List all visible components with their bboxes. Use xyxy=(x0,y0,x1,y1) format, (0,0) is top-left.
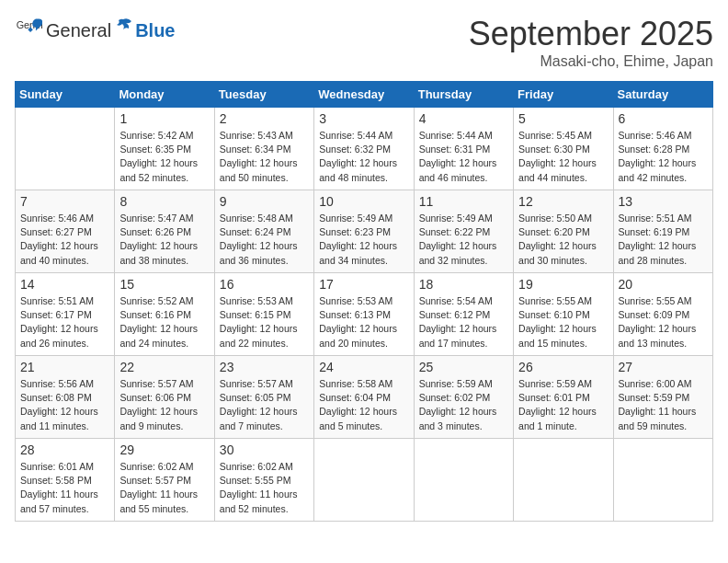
day-info: Sunrise: 5:46 AMSunset: 6:27 PMDaylight:… xyxy=(20,212,109,268)
day-number: 30 xyxy=(220,442,309,457)
weekday-header-sunday: Sunday xyxy=(16,82,115,108)
calendar-cell: 6Sunrise: 5:46 AMSunset: 6:28 PMDaylight… xyxy=(613,108,712,190)
calendar-cell: 10Sunrise: 5:49 AMSunset: 6:23 PMDayligh… xyxy=(314,190,414,273)
calendar-cell: 11Sunrise: 5:49 AMSunset: 6:22 PMDayligh… xyxy=(414,190,513,273)
calendar-cell: 14Sunrise: 5:51 AMSunset: 6:17 PMDayligh… xyxy=(16,273,115,356)
calendar-cell: 12Sunrise: 5:50 AMSunset: 6:20 PMDayligh… xyxy=(514,190,613,273)
day-info: Sunrise: 5:50 AMSunset: 6:20 PMDaylight:… xyxy=(518,212,608,268)
day-info: Sunrise: 5:42 AMSunset: 6:35 PMDaylight:… xyxy=(119,129,209,185)
day-number: 15 xyxy=(119,277,209,292)
calendar-week-2: 7Sunrise: 5:46 AMSunset: 6:27 PMDaylight… xyxy=(16,190,713,273)
weekday-header-friday: Friday xyxy=(514,82,613,108)
day-number: 28 xyxy=(20,442,109,457)
calendar-week-1: 1Sunrise: 5:42 AMSunset: 6:35 PMDaylight… xyxy=(16,108,713,190)
day-info: Sunrise: 5:49 AMSunset: 6:22 PMDaylight:… xyxy=(419,212,508,268)
calendar-cell: 9Sunrise: 5:48 AMSunset: 6:24 PMDaylight… xyxy=(214,190,313,273)
day-info: Sunrise: 5:53 AMSunset: 6:13 PMDaylight:… xyxy=(319,294,408,350)
day-info: Sunrise: 6:02 AMSunset: 5:57 PMDaylight:… xyxy=(119,460,209,516)
logo-text-block: General Blue xyxy=(46,17,176,41)
day-info: Sunrise: 6:00 AMSunset: 5:59 PMDaylight:… xyxy=(619,377,708,433)
calendar-cell: 29Sunrise: 6:02 AMSunset: 5:57 PMDayligh… xyxy=(115,439,214,522)
day-info: Sunrise: 5:55 AMSunset: 6:10 PMDaylight:… xyxy=(518,294,608,350)
calendar-cell: 28Sunrise: 6:01 AMSunset: 5:58 PMDayligh… xyxy=(16,439,115,522)
calendar-cell: 19Sunrise: 5:55 AMSunset: 6:10 PMDayligh… xyxy=(514,273,613,356)
logo: General General Blue xyxy=(15,15,176,42)
day-info: Sunrise: 5:52 AMSunset: 6:16 PMDaylight:… xyxy=(119,294,209,350)
day-info: Sunrise: 5:44 AMSunset: 6:31 PMDaylight:… xyxy=(419,129,508,185)
day-info: Sunrise: 5:51 AMSunset: 6:19 PMDaylight:… xyxy=(619,212,708,268)
day-info: Sunrise: 5:43 AMSunset: 6:34 PMDaylight:… xyxy=(220,129,309,185)
calendar-week-5: 28Sunrise: 6:01 AMSunset: 5:58 PMDayligh… xyxy=(16,439,713,522)
day-number: 10 xyxy=(319,194,408,209)
calendar-cell xyxy=(613,439,712,522)
calendar-cell: 2Sunrise: 5:43 AMSunset: 6:34 PMDaylight… xyxy=(214,108,313,190)
day-number: 3 xyxy=(319,111,408,126)
day-number: 9 xyxy=(220,194,309,209)
calendar-cell: 17Sunrise: 5:53 AMSunset: 6:13 PMDayligh… xyxy=(314,273,414,356)
day-number: 2 xyxy=(220,111,309,126)
calendar-cell: 23Sunrise: 5:57 AMSunset: 6:05 PMDayligh… xyxy=(214,356,313,439)
day-info: Sunrise: 5:44 AMSunset: 6:32 PMDaylight:… xyxy=(319,129,408,185)
page-header: General General Blue September 2025 Masa… xyxy=(15,15,713,70)
day-number: 1 xyxy=(119,111,209,126)
day-info: Sunrise: 5:49 AMSunset: 6:23 PMDaylight:… xyxy=(319,212,408,268)
day-info: Sunrise: 5:48 AMSunset: 6:24 PMDaylight:… xyxy=(220,212,309,268)
day-number: 4 xyxy=(419,111,508,126)
day-number: 8 xyxy=(119,194,209,209)
calendar-week-4: 21Sunrise: 5:56 AMSunset: 6:08 PMDayligh… xyxy=(16,356,713,439)
day-number: 24 xyxy=(319,360,408,374)
day-info: Sunrise: 5:53 AMSunset: 6:15 PMDaylight:… xyxy=(220,294,309,350)
weekday-header-row: SundayMondayTuesdayWednesdayThursdayFrid… xyxy=(16,82,713,108)
location-title: Masaki-cho, Ehime, Japan xyxy=(469,53,713,70)
logo-bird-icon xyxy=(113,17,133,37)
calendar-cell: 27Sunrise: 6:00 AMSunset: 5:59 PMDayligh… xyxy=(613,356,712,439)
logo-general: General xyxy=(46,20,111,41)
weekday-header-wednesday: Wednesday xyxy=(314,82,414,108)
day-info: Sunrise: 6:01 AMSunset: 5:58 PMDaylight:… xyxy=(20,460,109,516)
weekday-header-tuesday: Tuesday xyxy=(214,82,313,108)
calendar-cell: 16Sunrise: 5:53 AMSunset: 6:15 PMDayligh… xyxy=(214,273,313,356)
day-number: 22 xyxy=(119,360,209,374)
logo-blue: Blue xyxy=(135,20,175,41)
calendar-cell: 5Sunrise: 5:45 AMSunset: 6:30 PMDaylight… xyxy=(514,108,613,190)
weekday-header-thursday: Thursday xyxy=(414,82,513,108)
day-info: Sunrise: 5:55 AMSunset: 6:09 PMDaylight:… xyxy=(619,294,708,350)
weekday-header-monday: Monday xyxy=(115,82,214,108)
month-title: September 2025 xyxy=(469,15,713,53)
day-info: Sunrise: 5:54 AMSunset: 6:12 PMDaylight:… xyxy=(419,294,508,350)
day-number: 7 xyxy=(20,194,109,209)
day-info: Sunrise: 5:58 AMSunset: 6:04 PMDaylight:… xyxy=(319,377,408,433)
day-number: 26 xyxy=(518,360,608,374)
calendar-cell: 4Sunrise: 5:44 AMSunset: 6:31 PMDaylight… xyxy=(414,108,513,190)
calendar-cell xyxy=(314,439,414,522)
calendar-cell xyxy=(414,439,513,522)
calendar-cell: 25Sunrise: 5:59 AMSunset: 6:02 PMDayligh… xyxy=(414,356,513,439)
day-number: 6 xyxy=(619,111,708,126)
day-number: 21 xyxy=(20,360,109,374)
day-number: 18 xyxy=(419,277,508,292)
calendar-cell: 18Sunrise: 5:54 AMSunset: 6:12 PMDayligh… xyxy=(414,273,513,356)
calendar-cell xyxy=(16,108,115,190)
day-number: 20 xyxy=(619,277,708,292)
calendar-cell: 20Sunrise: 5:55 AMSunset: 6:09 PMDayligh… xyxy=(613,273,712,356)
day-info: Sunrise: 5:51 AMSunset: 6:17 PMDaylight:… xyxy=(20,294,109,350)
day-info: Sunrise: 5:57 AMSunset: 6:06 PMDaylight:… xyxy=(119,377,209,433)
calendar-cell: 1Sunrise: 5:42 AMSunset: 6:35 PMDaylight… xyxy=(115,108,214,190)
day-number: 17 xyxy=(319,277,408,292)
day-number: 13 xyxy=(619,194,708,209)
day-number: 12 xyxy=(518,194,608,209)
day-number: 23 xyxy=(220,360,309,374)
day-number: 11 xyxy=(419,194,508,209)
day-number: 29 xyxy=(119,442,209,457)
day-info: Sunrise: 5:56 AMSunset: 6:08 PMDaylight:… xyxy=(20,377,109,433)
calendar-cell: 8Sunrise: 5:47 AMSunset: 6:26 PMDaylight… xyxy=(115,190,214,273)
calendar-cell xyxy=(514,439,613,522)
day-number: 16 xyxy=(220,277,309,292)
logo-icon: General xyxy=(15,15,42,42)
day-number: 5 xyxy=(518,111,608,126)
calendar-cell: 26Sunrise: 5:59 AMSunset: 6:01 PMDayligh… xyxy=(514,356,613,439)
weekday-header-saturday: Saturday xyxy=(613,82,712,108)
calendar-cell: 24Sunrise: 5:58 AMSunset: 6:04 PMDayligh… xyxy=(314,356,414,439)
day-info: Sunrise: 5:57 AMSunset: 6:05 PMDaylight:… xyxy=(220,377,309,433)
calendar-cell: 13Sunrise: 5:51 AMSunset: 6:19 PMDayligh… xyxy=(613,190,712,273)
